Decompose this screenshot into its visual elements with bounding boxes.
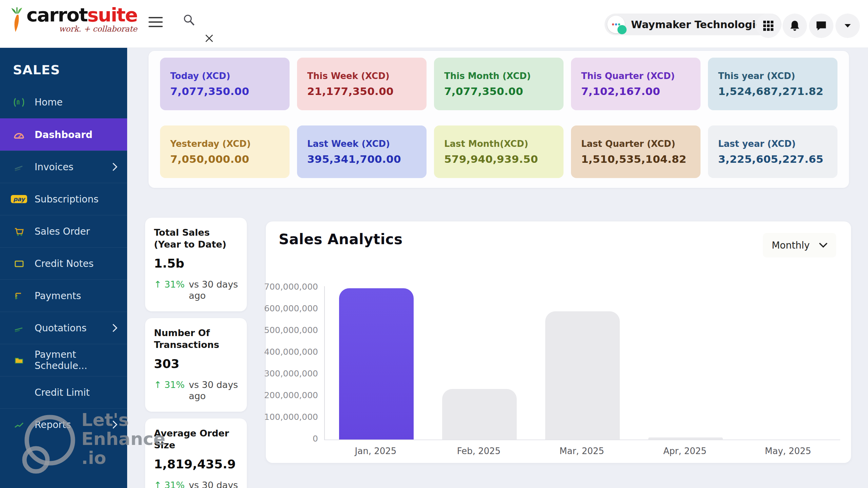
sidebar-item-label: Dashboard	[35, 129, 93, 140]
x-axis-label: Apr, 2025	[633, 446, 736, 456]
credit-notes-icon	[12, 257, 26, 270]
sidebar-item-subscriptions[interactable]: pay Subscriptions	[0, 183, 127, 215]
sidebar-item-label: Reports	[35, 419, 71, 430]
y-axis-tick: 100,000,000	[264, 412, 318, 422]
stat-card-last-month: Last Month(XCD) 579,940,939.50	[434, 125, 564, 178]
profile-dropdown-button[interactable]	[835, 14, 860, 38]
messages-button[interactable]	[809, 14, 833, 38]
sidebar-section-title: SALES	[13, 62, 127, 77]
x-axis-label: Feb, 2025	[427, 446, 530, 456]
stat-card-value: 7,077,350.00	[170, 85, 279, 97]
stat-card-label: Last Week (XCD)	[307, 139, 416, 149]
sidebar-item-label: Invoices	[35, 161, 74, 173]
stat-card-value: 7,050,000.00	[170, 153, 279, 165]
kpi-title: Average Order Size	[154, 427, 238, 451]
stat-card-this-week: This Week (XCD) 21,177,350.00	[297, 58, 427, 110]
kpi-delta-percent: 31%	[164, 480, 185, 488]
topbar-actions	[756, 14, 860, 38]
kpi-delta-note: vs 30 days ago	[189, 480, 238, 488]
home-icon	[12, 96, 26, 109]
chevron-right-icon	[112, 420, 118, 429]
up-arrow-icon: ↑	[154, 379, 162, 390]
kpi-column: Total Sales (Year to Date) 1.5b ↑ 31% vs…	[145, 218, 247, 488]
stat-card-label: This year (XCD)	[718, 71, 827, 81]
payments-icon	[12, 289, 26, 302]
kpi-delta-note: vs 30 days ago	[189, 379, 238, 402]
up-arrow-icon: ↑	[154, 279, 162, 290]
stat-card-value: 7,102,167.00	[581, 85, 690, 97]
pay-badge: pay	[11, 195, 27, 203]
app-logo[interactable]: carrotsuite work. + collaborate	[9, 5, 137, 35]
y-axis-tick: 0	[313, 434, 318, 444]
kpi-delta-percent: 31%	[164, 379, 185, 390]
top-bar: carrotsuite work. + collaborate Waymaker…	[0, 0, 868, 48]
kpi-total-sales: Total Sales (Year to Date) 1.5b ↑ 31% vs…	[145, 218, 247, 311]
up-arrow-icon: ↑	[154, 480, 162, 488]
payment-schedule-icon	[12, 353, 26, 367]
sidebar-item-credit-limit[interactable]: Credit Limit	[0, 376, 127, 408]
kpi-value: 1,819,435.9	[154, 457, 238, 471]
sales-analytics-card: Sales Analytics Monthly 700,000,000600,0…	[266, 221, 851, 463]
stat-card-label: This Week (XCD)	[307, 71, 416, 81]
bar-Apr, 2025	[648, 437, 723, 440]
chart-x-axis: Jan, 2025Feb, 2025Mar, 2025Apr, 2025May,…	[324, 446, 840, 456]
stat-card-last-year: Last year (XCD) 3,225,605,227.65	[708, 125, 837, 178]
tenant-logo	[607, 16, 625, 33]
search-icon[interactable]	[181, 12, 197, 29]
y-axis-tick: 600,000,000	[264, 304, 318, 313]
kpi-average-order-size: Average Order Size 1,819,435.9 ↑ 31% vs …	[145, 418, 247, 488]
brand-name: carrotsuite	[26, 5, 137, 24]
chart-y-axis: 700,000,000600,000,000500,000,000400,000…	[273, 282, 318, 444]
y-axis-tick: 700,000,000	[264, 282, 318, 292]
stat-card-label: Today (XCD)	[170, 71, 279, 81]
sidebar-item-reports[interactable]: Reports	[0, 408, 127, 441]
sidebar-item-payments[interactable]: Payments	[0, 279, 127, 312]
stat-card-last-week: Last Week (XCD) 395,341,700.00	[297, 125, 427, 178]
chevron-right-icon	[112, 162, 118, 171]
stat-card-value: 1,524,687,271.82	[718, 85, 827, 97]
stat-card-yesterday: Yesterday (XCD) 7,050,000.00	[160, 125, 290, 178]
sales-period-cards-panel: Today (XCD) 7,077,350.00 This Week (XCD)…	[149, 51, 849, 188]
sidebar-item-label: Credit Notes	[35, 258, 94, 269]
stat-card-value: 3,225,605,227.65	[718, 153, 827, 165]
apps-grid-button[interactable]	[756, 14, 781, 38]
tenant-selector[interactable]: Waymaker Technologies	[605, 14, 782, 35]
sidebar-item-payment-schedule[interactable]: Payment Schedule...	[0, 344, 127, 376]
bar-slot	[325, 286, 428, 440]
bar-Feb, 2025	[442, 389, 517, 440]
bar-Jan, 2025	[339, 288, 414, 440]
kpi-delta: ↑ 31% vs 30 days ago	[154, 279, 238, 301]
sidebar-item-sales-order[interactable]: Sales Order	[0, 215, 127, 247]
stat-card-label: Last year (XCD)	[718, 139, 827, 149]
close-search-icon[interactable]	[204, 33, 214, 45]
stat-card-label: This Quarter (XCD)	[581, 71, 690, 81]
chart-range-value: Monthly	[772, 240, 810, 251]
bar-slot	[531, 286, 634, 440]
hamburger-menu-icon[interactable]	[149, 17, 163, 27]
stat-card-label: Yesterday (XCD)	[170, 139, 279, 149]
chevron-down-icon	[819, 243, 827, 248]
kpi-value: 303	[154, 357, 238, 371]
sidebar-item-invoices[interactable]: Invoices	[0, 151, 127, 183]
stat-card-label: Last Month(XCD)	[444, 139, 553, 149]
quotations-icon	[12, 321, 26, 335]
sidebar-item-home[interactable]: Home	[0, 86, 127, 118]
sidebar-item-dashboard[interactable]: Dashboard	[0, 118, 127, 151]
stat-card-value: 1,510,535,104.82	[581, 153, 690, 165]
stat-card-label: This Month (XCD)	[444, 71, 553, 81]
stat-card-today: Today (XCD) 7,077,350.00	[160, 58, 290, 110]
kpi-delta-note: vs 30 days ago	[189, 279, 238, 301]
sidebar-item-label: Credit Limit	[35, 387, 90, 398]
chart-range-select[interactable]: Monthly	[763, 233, 836, 257]
y-axis-tick: 300,000,000	[264, 369, 318, 378]
invoices-icon	[12, 160, 26, 174]
dashboard-gauge-icon	[12, 128, 26, 141]
sidebar-item-credit-notes[interactable]: Credit Notes	[0, 247, 127, 279]
brand-suite: suite	[87, 4, 137, 26]
notifications-button[interactable]	[783, 14, 807, 38]
stat-card-label: Last Quarter (XCD)	[581, 139, 690, 149]
sidebar-item-label: Payments	[35, 290, 81, 301]
sales-analytics-chart	[324, 286, 840, 440]
sidebar-item-quotations[interactable]: Quotations	[0, 312, 127, 344]
stat-card-this-quarter: This Quarter (XCD) 7,102,167.00	[571, 58, 701, 110]
